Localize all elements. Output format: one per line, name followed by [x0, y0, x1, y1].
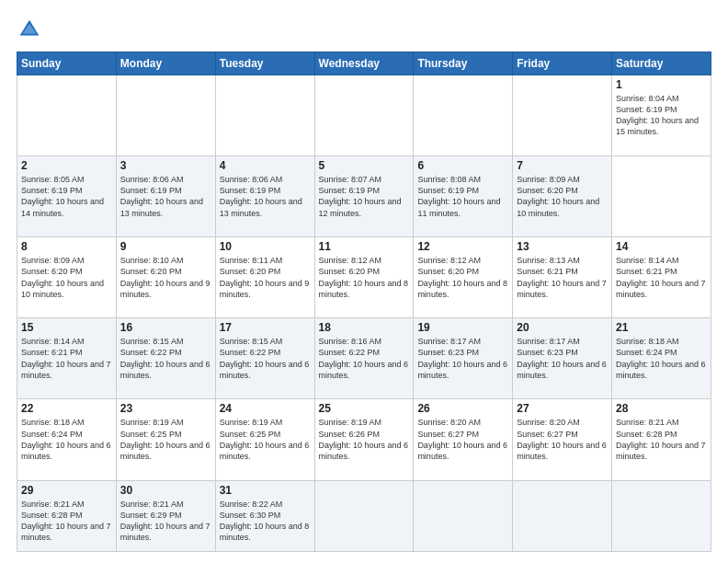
- empty-cell: [414, 75, 513, 156]
- day-info: Sunrise: 8:05 AM Sunset: 6:19 PM Dayligh…: [21, 174, 112, 219]
- calendar-week-3: 8 Sunrise: 8:09 AM Sunset: 6:20 PM Dayli…: [17, 237, 711, 318]
- day-number: 24: [220, 402, 311, 415]
- day-cell-29: 29 Sunrise: 8:21 AM Sunset: 6:28 PM Dayl…: [17, 480, 117, 551]
- day-info: Sunrise: 8:21 AM Sunset: 6:28 PM Dayligh…: [616, 417, 707, 462]
- day-cell-22: 22 Sunrise: 8:18 AM Sunset: 6:24 PM Dayl…: [17, 399, 117, 480]
- day-info: Sunrise: 8:09 AM Sunset: 6:20 PM Dayligh…: [21, 255, 112, 300]
- day-cell-28: 28 Sunrise: 8:21 AM Sunset: 6:28 PM Dayl…: [612, 399, 711, 480]
- day-number: 17: [220, 321, 311, 334]
- day-number: 1: [616, 78, 707, 91]
- day-info: Sunrise: 8:15 AM Sunset: 6:22 PM Dayligh…: [220, 336, 311, 381]
- day-cell-5: 5 Sunrise: 8:07 AM Sunset: 6:19 PM Dayli…: [314, 156, 414, 237]
- day-number: 26: [417, 402, 508, 415]
- day-info: Sunrise: 8:22 AM Sunset: 6:30 PM Dayligh…: [220, 499, 311, 544]
- day-info: Sunrise: 8:16 AM Sunset: 6:22 PM Dayligh…: [319, 336, 410, 381]
- day-cell-4: 4 Sunrise: 8:06 AM Sunset: 6:19 PM Dayli…: [215, 156, 314, 237]
- day-info: Sunrise: 8:17 AM Sunset: 6:23 PM Dayligh…: [517, 336, 608, 381]
- day-number: 19: [417, 321, 508, 334]
- day-cell-31: 31 Sunrise: 8:22 AM Sunset: 6:30 PM Dayl…: [215, 480, 314, 551]
- day-info: Sunrise: 8:19 AM Sunset: 6:25 PM Dayligh…: [120, 417, 211, 462]
- day-number: 16: [120, 321, 211, 334]
- day-cell-3: 3 Sunrise: 8:06 AM Sunset: 6:19 PM Dayli…: [116, 156, 215, 237]
- day-cell-17: 17 Sunrise: 8:15 AM Sunset: 6:22 PM Dayl…: [215, 318, 314, 399]
- logo: [17, 17, 46, 42]
- day-cell-27: 27 Sunrise: 8:20 AM Sunset: 6:27 PM Dayl…: [513, 399, 612, 480]
- day-number: 30: [120, 484, 211, 497]
- day-cell-14: 14 Sunrise: 8:14 AM Sunset: 6:21 PM Dayl…: [612, 237, 711, 318]
- empty-cell: [116, 75, 215, 156]
- day-number: 2: [21, 159, 112, 172]
- day-number: 15: [21, 321, 112, 334]
- day-number: 14: [616, 240, 707, 253]
- day-cell-10: 10 Sunrise: 8:11 AM Sunset: 6:20 PM Dayl…: [215, 237, 314, 318]
- empty-cell: [513, 75, 612, 156]
- day-cell-16: 16 Sunrise: 8:15 AM Sunset: 6:22 PM Dayl…: [116, 318, 215, 399]
- day-info: Sunrise: 8:18 AM Sunset: 6:24 PM Dayligh…: [21, 417, 112, 462]
- calendar-header-row: SundayMondayTuesdayWednesdayThursdayFrid…: [17, 52, 711, 75]
- day-info: Sunrise: 8:21 AM Sunset: 6:28 PM Dayligh…: [21, 499, 112, 544]
- day-cell-21: 21 Sunrise: 8:18 AM Sunset: 6:24 PM Dayl…: [612, 318, 711, 399]
- day-info: Sunrise: 8:20 AM Sunset: 6:27 PM Dayligh…: [517, 417, 608, 462]
- day-number: 20: [517, 321, 608, 334]
- day-number: 10: [220, 240, 311, 253]
- calendar-header-sunday: Sunday: [17, 52, 117, 75]
- day-cell-23: 23 Sunrise: 8:19 AM Sunset: 6:25 PM Dayl…: [116, 399, 215, 480]
- header: [17, 17, 711, 42]
- day-info: Sunrise: 8:11 AM Sunset: 6:20 PM Dayligh…: [220, 255, 311, 300]
- day-cell-30: 30 Sunrise: 8:21 AM Sunset: 6:29 PM Dayl…: [116, 480, 215, 551]
- day-info: Sunrise: 8:18 AM Sunset: 6:24 PM Dayligh…: [616, 336, 707, 381]
- day-cell-11: 11 Sunrise: 8:12 AM Sunset: 6:20 PM Dayl…: [314, 237, 414, 318]
- day-cell-7: 7 Sunrise: 8:09 AM Sunset: 6:20 PM Dayli…: [513, 156, 612, 237]
- day-cell-24: 24 Sunrise: 8:19 AM Sunset: 6:25 PM Dayl…: [215, 399, 314, 480]
- day-cell-2: 2 Sunrise: 8:05 AM Sunset: 6:19 PM Dayli…: [17, 156, 117, 237]
- calendar-header-friday: Friday: [513, 52, 612, 75]
- day-number: 5: [319, 159, 410, 172]
- day-number: 6: [417, 159, 508, 172]
- day-cell-25: 25 Sunrise: 8:19 AM Sunset: 6:26 PM Dayl…: [314, 399, 414, 480]
- day-info: Sunrise: 8:14 AM Sunset: 6:21 PM Dayligh…: [21, 336, 112, 381]
- day-number: 7: [517, 159, 608, 172]
- day-cell-12: 12 Sunrise: 8:12 AM Sunset: 6:20 PM Dayl…: [414, 237, 513, 318]
- day-info: Sunrise: 8:06 AM Sunset: 6:19 PM Dayligh…: [120, 174, 211, 219]
- calendar-week-4: 15 Sunrise: 8:14 AM Sunset: 6:21 PM Dayl…: [17, 318, 711, 399]
- day-number: 3: [120, 159, 211, 172]
- day-info: Sunrise: 8:14 AM Sunset: 6:21 PM Dayligh…: [616, 255, 707, 300]
- day-number: 21: [616, 321, 707, 334]
- calendar-week-2: 2 Sunrise: 8:05 AM Sunset: 6:19 PM Dayli…: [17, 156, 711, 237]
- calendar-header-thursday: Thursday: [414, 52, 513, 75]
- calendar-week-6: 29 Sunrise: 8:21 AM Sunset: 6:28 PM Dayl…: [17, 480, 711, 551]
- day-cell-18: 18 Sunrise: 8:16 AM Sunset: 6:22 PM Dayl…: [314, 318, 414, 399]
- calendar: SundayMondayTuesdayWednesdayThursdayFrid…: [17, 52, 711, 552]
- day-info: Sunrise: 8:06 AM Sunset: 6:19 PM Dayligh…: [220, 174, 311, 219]
- day-number: 25: [319, 402, 410, 415]
- day-info: Sunrise: 8:09 AM Sunset: 6:20 PM Dayligh…: [517, 174, 608, 219]
- calendar-header-monday: Monday: [116, 52, 215, 75]
- calendar-week-5: 22 Sunrise: 8:18 AM Sunset: 6:24 PM Dayl…: [17, 399, 711, 480]
- day-info: Sunrise: 8:19 AM Sunset: 6:25 PM Dayligh…: [220, 417, 311, 462]
- day-cell-13: 13 Sunrise: 8:13 AM Sunset: 6:21 PM Dayl…: [513, 237, 612, 318]
- day-info: Sunrise: 8:21 AM Sunset: 6:29 PM Dayligh…: [120, 499, 211, 544]
- day-number: 29: [21, 484, 112, 497]
- logo-icon: [17, 17, 42, 42]
- day-number: 18: [319, 321, 410, 334]
- empty-cell: [215, 75, 314, 156]
- day-cell-6: 6 Sunrise: 8:08 AM Sunset: 6:19 PM Dayli…: [414, 156, 513, 237]
- day-cell-20: 20 Sunrise: 8:17 AM Sunset: 6:23 PM Dayl…: [513, 318, 612, 399]
- day-cell-8: 8 Sunrise: 8:09 AM Sunset: 6:20 PM Dayli…: [17, 237, 117, 318]
- day-number: 31: [220, 484, 311, 497]
- empty-cell: [414, 480, 513, 551]
- day-cell-26: 26 Sunrise: 8:20 AM Sunset: 6:27 PM Dayl…: [414, 399, 513, 480]
- day-number: 11: [319, 240, 410, 253]
- day-info: Sunrise: 8:15 AM Sunset: 6:22 PM Dayligh…: [120, 336, 211, 381]
- day-info: Sunrise: 8:12 AM Sunset: 6:20 PM Dayligh…: [417, 255, 508, 300]
- day-info: Sunrise: 8:10 AM Sunset: 6:20 PM Dayligh…: [120, 255, 211, 300]
- calendar-header-saturday: Saturday: [612, 52, 711, 75]
- empty-cell: [612, 480, 711, 551]
- page: SundayMondayTuesdayWednesdayThursdayFrid…: [0, 0, 728, 563]
- day-number: 22: [21, 402, 112, 415]
- day-info: Sunrise: 8:13 AM Sunset: 6:21 PM Dayligh…: [517, 255, 608, 300]
- day-number: 28: [616, 402, 707, 415]
- day-info: Sunrise: 8:19 AM Sunset: 6:26 PM Dayligh…: [319, 417, 410, 462]
- day-info: Sunrise: 8:17 AM Sunset: 6:23 PM Dayligh…: [417, 336, 508, 381]
- day-number: 23: [120, 402, 211, 415]
